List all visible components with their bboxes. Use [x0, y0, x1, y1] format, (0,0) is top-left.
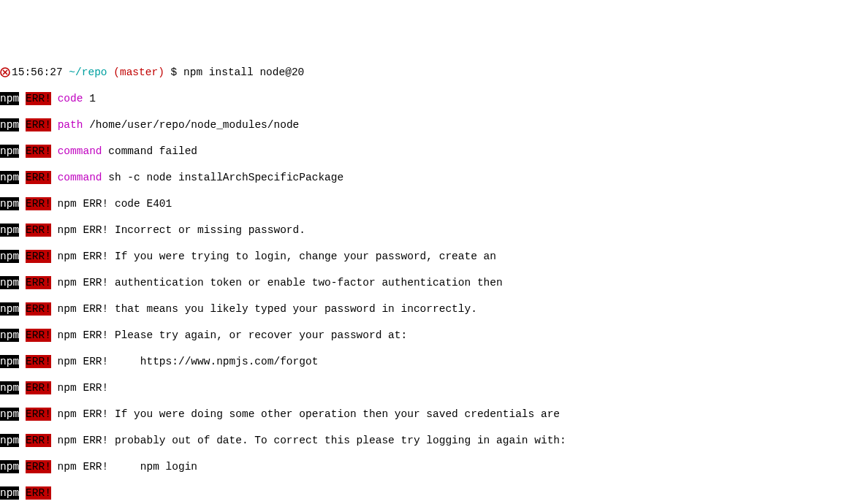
npm-prefix: npm: [0, 92, 19, 105]
err-prefix: ERR!: [26, 460, 51, 473]
keyword-code: code: [58, 93, 83, 104]
err-prefix: ERR!: [26, 145, 51, 158]
prompt-time: 15:56:27: [12, 66, 63, 78]
output-line: npmERR! npm ERR! that means you likely t…: [0, 302, 866, 316]
npm-prefix: npm: [0, 460, 19, 473]
err-prefix: ERR!: [26, 355, 51, 368]
output-line: npmERR! npm ERR! https://www.npmjs.com/f…: [0, 355, 866, 368]
npm-prefix: npm: [0, 408, 19, 421]
msg: npm ERR! If you were doing some other op…: [51, 408, 560, 420]
err-prefix: ERR!: [26, 408, 51, 421]
output-line: npmERR! npm ERR! If you were doing some …: [0, 408, 866, 421]
msg: npm ERR!: [51, 382, 115, 394]
err-prefix: ERR!: [26, 224, 51, 237]
msg: /home/user/repo/node_modules/node: [83, 119, 299, 131]
output-line: npmERR! npm ERR! authentication token or…: [0, 276, 866, 289]
npm-prefix: npm: [0, 486, 19, 500]
output-line: npmERR! npm ERR! If you were trying to l…: [0, 250, 866, 263]
npm-prefix: npm: [0, 381, 19, 394]
output-line: npmERR! npm ERR! probably out of date. T…: [0, 434, 866, 447]
npm-prefix: npm: [0, 171, 19, 184]
npm-prefix: npm: [0, 434, 19, 447]
msg: npm ERR! probably out of date. To correc…: [51, 435, 566, 446]
err-prefix: ERR!: [26, 302, 51, 316]
output-line: npmERR! code 1: [0, 92, 866, 105]
output-line: npmERR! command command failed: [0, 145, 866, 158]
output-line: npmERR! command sh -c node installArchSp…: [0, 171, 866, 184]
terminal-output[interactable]: 15:56:27 ~/repo (master) $ npm install n…: [0, 53, 866, 504]
msg: npm ERR! that means you likely typed you…: [51, 303, 477, 315]
npm-prefix: npm: [0, 250, 19, 263]
msg: npm ERR! code E401: [51, 198, 172, 210]
command-text: npm install node@20: [183, 66, 304, 78]
output-line: npmERR! path /home/user/repo/node_module…: [0, 118, 866, 131]
npm-prefix: npm: [0, 302, 19, 316]
npm-prefix: npm: [0, 197, 19, 210]
err-prefix: ERR!: [26, 381, 51, 394]
msg: command failed: [102, 145, 198, 157]
err-prefix: ERR!: [26, 92, 51, 105]
err-prefix: ERR!: [26, 329, 51, 342]
npm-prefix: npm: [0, 355, 19, 368]
msg: npm ERR! authentication token or enable …: [51, 277, 503, 289]
err-prefix: ERR!: [26, 486, 51, 500]
msg: sh -c node installArchSpecificPackage: [102, 172, 344, 183]
err-prefix: ERR!: [26, 118, 51, 131]
prompt-path: ~/repo: [69, 66, 107, 78]
err-prefix: ERR!: [26, 197, 51, 210]
prompt-dollar: $: [171, 66, 178, 78]
msg: npm ERR! npm login: [51, 461, 197, 473]
output-line: npmERR! npm ERR! npm login: [0, 460, 866, 473]
err-prefix: ERR!: [26, 171, 51, 184]
err-prefix: ERR!: [26, 250, 51, 263]
npm-prefix: npm: [0, 118, 19, 131]
msg: npm ERR! Incorrect or missing password.: [51, 224, 305, 236]
msg: npm ERR! https://www.npmjs.com/forgot: [51, 356, 318, 367]
output-line: npmERR! npm ERR! Please try again, or re…: [0, 329, 866, 342]
err-prefix: ERR!: [26, 276, 51, 289]
output-line: npmERR!: [0, 486, 866, 500]
npm-prefix: npm: [0, 329, 19, 342]
prompt-line: 15:56:27 ~/repo (master) $ npm install n…: [0, 66, 866, 79]
npm-prefix: npm: [0, 224, 19, 237]
npm-prefix: npm: [0, 145, 19, 158]
msg: npm ERR! If you were trying to login, ch…: [51, 251, 496, 262]
npm-prefix: npm: [0, 276, 19, 289]
output-line: npmERR! npm ERR! Incorrect or missing pa…: [0, 224, 866, 237]
err-prefix: ERR!: [26, 434, 51, 447]
error-status-icon: [0, 67, 10, 77]
keyword-command: command: [58, 172, 102, 183]
msg: [51, 487, 58, 499]
keyword-path: path: [58, 119, 83, 131]
msg: 1: [83, 93, 95, 104]
keyword-command: command: [58, 145, 102, 157]
output-line: npmERR! npm ERR! code E401: [0, 197, 866, 210]
prompt-branch: (master): [113, 66, 164, 78]
output-line: npmERR! npm ERR!: [0, 381, 866, 394]
msg: npm ERR! Please try again, or recover yo…: [51, 329, 407, 341]
